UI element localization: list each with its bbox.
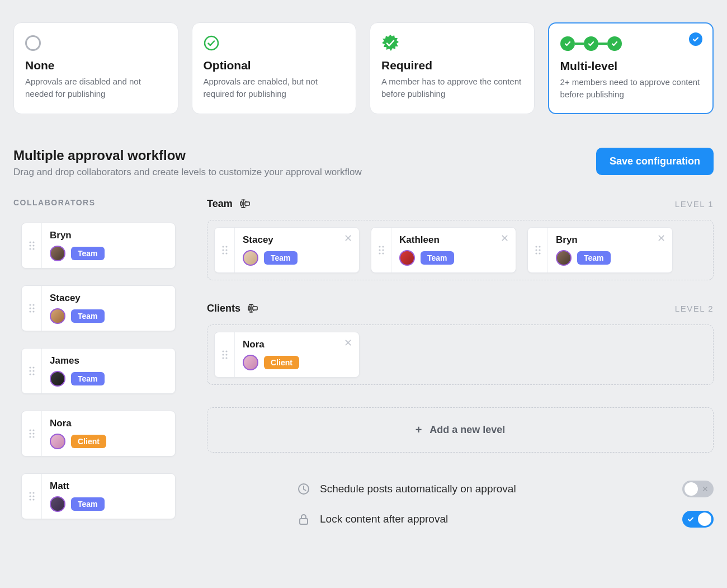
- drag-handle-icon[interactable]: [22, 223, 42, 268]
- role-badge: Client: [71, 435, 106, 448]
- svg-point-25: [29, 492, 31, 493]
- svg-point-55: [222, 354, 224, 355]
- svg-point-26: [32, 492, 34, 493]
- level-dropzone[interactable]: Nora Client ✕: [207, 324, 714, 385]
- level-number: LEVEL 2: [675, 304, 714, 313]
- person-card[interactable]: Stacey Team ✕: [214, 227, 360, 273]
- option-required-icon: [381, 33, 523, 53]
- option-desc: Approvals are disabled and not needed fo…: [25, 76, 167, 100]
- svg-point-5: [29, 248, 31, 250]
- lock-icon: [296, 512, 311, 526]
- remove-icon[interactable]: ✕: [344, 233, 352, 243]
- save-configuration-button[interactable]: Save configuration: [596, 148, 714, 175]
- svg-point-27: [29, 495, 31, 497]
- svg-point-21: [29, 432, 31, 434]
- drag-handle-icon[interactable]: [215, 228, 235, 272]
- svg-point-11: [29, 311, 31, 312]
- svg-point-10: [32, 307, 34, 309]
- toggle-lock-content[interactable]: [682, 511, 714, 528]
- rename-icon[interactable]: [247, 303, 258, 314]
- svg-point-40: [382, 246, 384, 247]
- avatar: [50, 496, 65, 512]
- collaborators-column: COLLABORATORS Bryn Team Stacey Team: [13, 198, 176, 519]
- person-card[interactable]: Kathleen Team ✕: [371, 227, 516, 273]
- level-name: Team: [207, 198, 233, 210]
- role-badge: Team: [577, 251, 611, 265]
- person-name: Matt: [50, 481, 167, 492]
- option-none-icon: [25, 33, 167, 53]
- person-name: Stacey: [243, 234, 351, 246]
- option-required[interactable]: Required A member has to approve the con…: [370, 22, 535, 114]
- svg-point-12: [32, 311, 34, 312]
- svg-point-58: [225, 357, 227, 359]
- avatar: [556, 250, 572, 266]
- avatar: [50, 308, 65, 324]
- level-block: Team LEVEL 1 Stacey Team ✕ Kathleen: [207, 198, 714, 280]
- level-header: Team LEVEL 1: [207, 198, 714, 210]
- check-burst-icon: [381, 34, 399, 52]
- option-desc: A member has to approve the content befo…: [381, 76, 523, 100]
- svg-point-30: [32, 498, 34, 500]
- remove-icon[interactable]: ✕: [657, 233, 665, 243]
- drag-handle-icon[interactable]: [22, 474, 42, 519]
- person-name: Nora: [50, 418, 167, 429]
- person-card[interactable]: Matt Team: [21, 473, 176, 519]
- svg-point-6: [32, 248, 34, 250]
- option-desc: 2+ members need to approve content befor…: [560, 76, 702, 101]
- person-name: Nora: [243, 339, 351, 350]
- svg-rect-32: [240, 202, 242, 205]
- add-level-button[interactable]: + Add a new level: [207, 407, 714, 453]
- level-dropzone[interactable]: Stacey Team ✕ Kathleen Team ✕ Br: [207, 220, 714, 280]
- drag-handle-icon[interactable]: [22, 286, 42, 331]
- setting-label: Schedule posts automatically on approval: [320, 483, 516, 495]
- person-card[interactable]: Nora Client: [21, 411, 176, 457]
- svg-rect-51: [253, 307, 257, 310]
- person-name: Kathleen: [399, 234, 508, 246]
- option-none[interactable]: None Approvals are disabled and not need…: [13, 22, 178, 114]
- drag-handle-icon[interactable]: [215, 332, 235, 377]
- remove-icon[interactable]: ✕: [344, 338, 352, 348]
- toggle-x-icon: ✕: [702, 484, 709, 493]
- person-card[interactable]: Bryn Team ✕: [527, 227, 673, 273]
- person-card[interactable]: James Team: [21, 348, 176, 394]
- option-multi-level[interactable]: Multi-level 2+ members need to approve c…: [548, 22, 714, 114]
- add-level-label: Add a new level: [429, 424, 505, 436]
- svg-point-15: [29, 370, 31, 371]
- svg-point-47: [535, 249, 537, 251]
- drag-handle-icon[interactable]: [371, 228, 391, 272]
- drag-handle-icon[interactable]: [528, 228, 548, 272]
- svg-point-23: [29, 436, 31, 438]
- person-card[interactable]: Bryn Team: [21, 223, 176, 269]
- clock-icon: [296, 482, 311, 496]
- svg-point-3: [29, 244, 31, 246]
- remove-icon[interactable]: ✕: [501, 233, 509, 243]
- toggle-schedule-auto[interactable]: ✕: [682, 481, 714, 497]
- collaborators-list: Bryn Team Stacey Team James: [13, 223, 176, 519]
- workflow-header: Multiple approval workflow Drag and drop…: [13, 148, 714, 178]
- workflow-title: Multiple approval workflow: [13, 148, 362, 163]
- svg-point-8: [32, 304, 34, 305]
- avatar: [50, 246, 65, 261]
- option-desc: Approvals are enabled, but not required …: [204, 76, 345, 100]
- option-optional-icon: [204, 33, 345, 53]
- svg-point-48: [539, 249, 540, 251]
- svg-point-49: [535, 252, 537, 254]
- none-icon: [25, 35, 41, 51]
- svg-point-29: [29, 498, 31, 500]
- svg-point-44: [382, 252, 384, 254]
- svg-point-16: [32, 370, 34, 371]
- person-card[interactable]: Nora Client ✕: [214, 332, 360, 378]
- option-optional[interactable]: Optional Approvals are enabled, but not …: [192, 22, 357, 114]
- drag-handle-icon[interactable]: [22, 411, 42, 456]
- role-badge: Team: [421, 251, 454, 265]
- svg-point-7: [29, 304, 31, 305]
- svg-point-50: [539, 252, 540, 254]
- svg-point-38: [225, 252, 227, 254]
- svg-point-2: [32, 241, 34, 243]
- rename-icon[interactable]: [239, 198, 251, 209]
- svg-point-24: [32, 436, 34, 438]
- person-card[interactable]: Stacey Team: [21, 285, 176, 331]
- svg-point-34: [225, 246, 227, 247]
- svg-point-42: [382, 249, 384, 251]
- drag-handle-icon[interactable]: [22, 349, 42, 393]
